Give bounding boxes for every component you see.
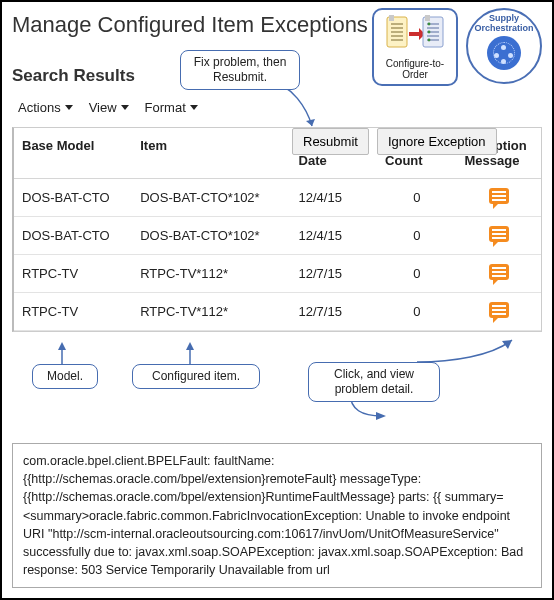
cto-icon (380, 14, 450, 56)
cell-base-model: RTPC-TV (14, 255, 132, 293)
cell-count: 0 (377, 217, 456, 255)
cell-item: RTPC-TV*112* (132, 255, 290, 293)
cell-count: 0 (377, 179, 456, 217)
svg-marker-17 (306, 119, 315, 126)
cell-count: 0 (377, 293, 456, 331)
cell-count: 0 (377, 255, 456, 293)
supply-orchestration-badge: Supply Orchestration (466, 8, 542, 84)
cell-date: 12/7/15 (291, 293, 378, 331)
ignore-exception-button[interactable]: Ignore Exception (377, 128, 497, 155)
chevron-down-icon (190, 105, 198, 110)
configure-to-order-badge: Configure-to-Order (372, 8, 458, 86)
chevron-down-icon (65, 105, 73, 110)
menu-view[interactable]: View (89, 100, 129, 115)
cell-date: 12/4/15 (291, 179, 378, 217)
message-icon[interactable] (489, 226, 509, 242)
cell-date: 12/7/15 (291, 255, 378, 293)
message-icon[interactable] (489, 302, 509, 318)
resubmit-button[interactable]: Resubmit (292, 128, 369, 155)
table-row[interactable]: DOS-BAT-CTO DOS-BAT-CTO*102* 12/4/15 0 (14, 217, 541, 255)
svg-marker-21 (186, 342, 194, 350)
supply-orch-label: Supply Orchestration (472, 14, 536, 34)
cell-item: DOS-BAT-CTO*102* (132, 179, 290, 217)
svg-marker-22 (502, 340, 512, 349)
toolbar-menus: Actions View Format (18, 100, 542, 115)
svg-rect-1 (389, 15, 394, 21)
menu-label: Actions (18, 100, 61, 115)
callout-problem-detail: Click, and view problem detail. (308, 362, 440, 402)
message-icon[interactable] (489, 188, 509, 204)
cell-base-model: DOS-BAT-CTO (14, 217, 132, 255)
col-base-model[interactable]: Base Model (14, 128, 132, 179)
callout-configured-item: Configured item. (132, 364, 260, 389)
col-item[interactable]: Item (132, 128, 290, 179)
results-table: Base Model Item Exception Date Resubmit … (12, 127, 542, 332)
callout-fix-resubmit: Fix problem, then Resubmit. (180, 50, 300, 90)
menu-format[interactable]: Format (145, 100, 198, 115)
svg-point-16 (428, 39, 431, 42)
svg-point-15 (428, 31, 431, 34)
table-row[interactable]: RTPC-TV RTPC-TV*112* 12/7/15 0 (14, 293, 541, 331)
svg-marker-23 (376, 412, 386, 420)
cell-base-model: DOS-BAT-CTO (14, 179, 132, 217)
cto-label: Configure-to-Order (380, 58, 450, 80)
menu-label: View (89, 100, 117, 115)
menu-actions[interactable]: Actions (18, 100, 73, 115)
cell-item: DOS-BAT-CTO*102* (132, 217, 290, 255)
svg-marker-19 (58, 342, 66, 350)
svg-rect-8 (425, 15, 430, 21)
callout-model: Model. (32, 364, 98, 389)
chevron-down-icon (121, 105, 129, 110)
svg-point-14 (428, 23, 431, 26)
menu-label: Format (145, 100, 186, 115)
message-icon[interactable] (489, 264, 509, 280)
table-row[interactable]: DOS-BAT-CTO DOS-BAT-CTO*102* 12/4/15 0 (14, 179, 541, 217)
supply-orch-icon (487, 36, 521, 70)
cell-date: 12/4/15 (291, 217, 378, 255)
cell-base-model: RTPC-TV (14, 293, 132, 331)
cell-item: RTPC-TV*112* (132, 293, 290, 331)
exception-detail-panel: com.oracle.bpel.client.BPELFault: faultN… (12, 443, 542, 588)
table-row[interactable]: RTPC-TV RTPC-TV*112* 12/7/15 0 (14, 255, 541, 293)
